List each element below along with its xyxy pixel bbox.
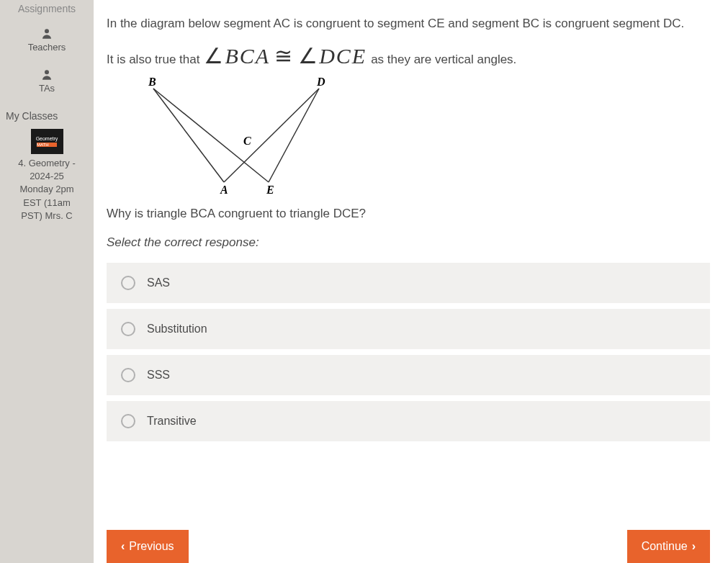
continue-button[interactable]: Continue › (627, 530, 710, 563)
class-info-line: 4. Geometry - (1, 157, 92, 170)
option-substitution[interactable]: Substitution (107, 309, 710, 349)
chevron-left-icon: ‹ (121, 540, 125, 553)
person-icon (40, 27, 54, 40)
sidebar-label-teachers: Teachers (28, 42, 66, 53)
svg-text:D: D (316, 76, 325, 88)
also-true-suffix: as they are vertical angles. (371, 53, 516, 67)
svg-text:C: C (243, 135, 251, 147)
congruent-symbol: ≅ (274, 43, 294, 68)
svg-line-9 (224, 89, 319, 182)
svg-line-10 (269, 89, 319, 182)
svg-text:E: E (266, 184, 274, 196)
option-sss[interactable]: SSS (107, 355, 710, 395)
previous-label: Previous (129, 540, 174, 553)
sidebar-section-myclasses: My Classes (0, 110, 94, 122)
class-info-line: Monday 2pm (1, 183, 92, 196)
option-transitive[interactable]: Transitive (107, 401, 710, 441)
problem-question: Why is triangle BCA congruent to triangl… (107, 207, 710, 221)
math-statement: It is also true that ∠BCA ≅ ∠DCE as they… (107, 43, 710, 68)
also-true-prefix: It is also true that (107, 53, 199, 67)
radio-icon (121, 368, 135, 382)
main-content: In the diagram below segment AC is congr… (94, 0, 728, 563)
class-info-line: PST) Mrs. C (1, 210, 92, 222)
class-thumbnail[interactable]: Geometry MATH (31, 129, 63, 154)
option-label: SAS (147, 276, 170, 289)
angle-expression-2: ∠DCE (298, 43, 367, 68)
class-thumb-badge: MATH (37, 143, 57, 147)
continue-label: Continue (642, 540, 688, 553)
option-label: Transitive (147, 415, 197, 428)
sidebar: Assignments Teachers TAs My Classes Geom… (0, 0, 94, 563)
svg-text:B: B (148, 76, 156, 88)
sidebar-item-tas[interactable]: TAs (0, 58, 94, 99)
svg-point-0 (45, 29, 49, 33)
problem-instruction: Select the correct response: (107, 235, 710, 250)
radio-icon (121, 322, 135, 336)
triangle-diagram: B D C A E (128, 74, 710, 199)
class-thumb-title: Geometry (36, 136, 58, 141)
sidebar-item-teachers[interactable]: Teachers (0, 17, 94, 58)
option-sas[interactable]: SAS (107, 263, 710, 303)
option-label: SSS (147, 369, 170, 382)
answer-options: SAS Substitution SSS Transitive (107, 263, 710, 441)
class-info[interactable]: 4. Geometry - 2024-25 Monday 2pm EST (11… (0, 157, 94, 222)
class-info-line: 2024-25 (1, 170, 92, 183)
svg-point-1 (45, 70, 49, 74)
sidebar-item-assignments[interactable]: Assignments (0, 0, 94, 17)
radio-icon (121, 414, 135, 428)
angle-expression-1: ∠BCA (204, 43, 270, 68)
svg-line-8 (153, 89, 224, 182)
person-icon (40, 68, 54, 81)
nav-buttons: ‹ Previous Continue › (107, 530, 710, 563)
problem-intro: In the diagram below segment AC is congr… (107, 14, 710, 33)
class-info-line: EST (11am (1, 197, 92, 210)
chevron-right-icon: › (692, 540, 696, 553)
svg-line-7 (153, 89, 269, 182)
radio-icon (121, 276, 135, 290)
option-label: Substitution (147, 323, 207, 335)
svg-text:A: A (220, 184, 228, 196)
previous-button[interactable]: ‹ Previous (107, 530, 189, 563)
sidebar-label-tas: TAs (39, 83, 55, 94)
